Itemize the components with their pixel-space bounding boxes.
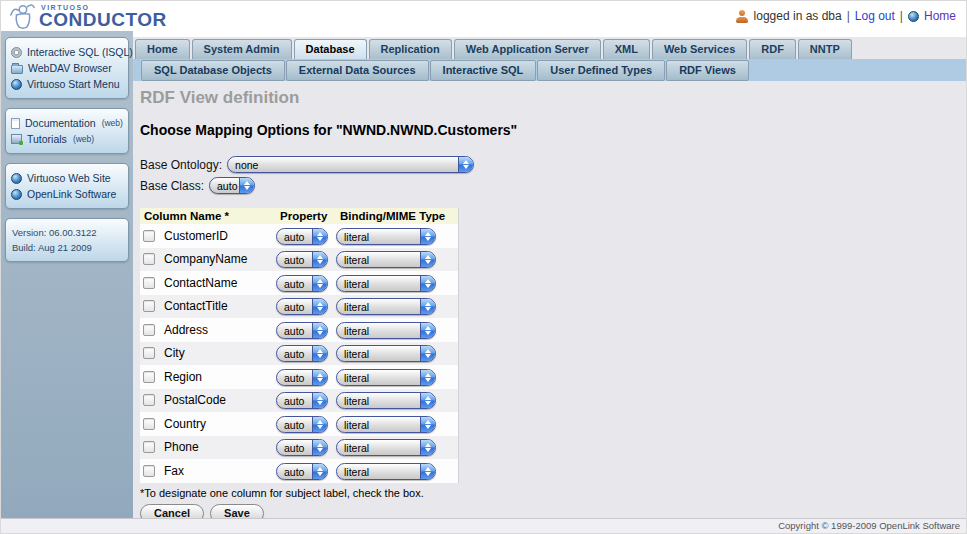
arrow-down-icon xyxy=(317,307,323,311)
sidebar-item-virtuoso-start-menu[interactable]: Virtuoso Start Menu xyxy=(10,76,124,92)
binding-select-value: literal xyxy=(337,370,420,385)
conductor-figure-icon xyxy=(7,2,37,30)
binding-select[interactable]: literal xyxy=(336,392,436,409)
property-select[interactable]: auto xyxy=(276,275,328,292)
column-checkbox[interactable] xyxy=(143,277,155,289)
stepper-icon xyxy=(420,393,435,408)
column-checkbox[interactable] xyxy=(143,347,155,359)
property-select[interactable]: auto xyxy=(276,369,328,386)
sidebar-item-documentation[interactable]: Documentation(web) xyxy=(10,115,124,131)
property-cell: auto xyxy=(276,415,336,433)
cancel-button[interactable]: Cancel xyxy=(140,504,204,519)
column-checkbox[interactable] xyxy=(143,253,155,265)
property-select[interactable]: auto xyxy=(276,251,328,268)
subtab-external-data-sources[interactable]: External Data Sources xyxy=(286,60,429,81)
base-class-select[interactable]: auto xyxy=(209,177,255,194)
subtab-sql-database-objects[interactable]: SQL Database Objects xyxy=(141,60,285,81)
property-select[interactable]: auto xyxy=(276,298,328,315)
tab-nntp[interactable]: NNTP xyxy=(798,39,852,59)
arrow-up-icon xyxy=(317,373,323,377)
tab-database[interactable]: Database xyxy=(294,39,367,59)
binding-select[interactable]: literal xyxy=(336,251,436,268)
binding-select[interactable]: literal xyxy=(336,463,436,480)
binding-select[interactable]: literal xyxy=(336,416,436,433)
logout-link[interactable]: Log out xyxy=(855,9,895,23)
property-select-value: auto xyxy=(277,417,312,432)
tab-home[interactable]: Home xyxy=(135,39,190,59)
binding-select-value: literal xyxy=(337,417,420,432)
column-checkbox[interactable] xyxy=(143,230,155,242)
property-select-value: auto xyxy=(277,276,312,291)
sidebar-item-interactive-sql-isql[interactable]: Interactive SQL (ISQL) xyxy=(10,44,124,60)
document-icon xyxy=(11,118,20,129)
arrow-down-icon xyxy=(425,307,431,311)
base-ontology-select[interactable]: none xyxy=(227,156,474,173)
arrow-up-icon xyxy=(425,279,431,283)
arrow-down-icon xyxy=(425,237,431,241)
sidebar-item-virtuoso-web-site[interactable]: Virtuoso Web Site xyxy=(10,170,124,186)
sidebar-item-label: Tutorials xyxy=(27,133,67,145)
property-cell: auto xyxy=(276,227,336,245)
tab-xml[interactable]: XML xyxy=(603,39,650,59)
sidebar-item-openlink-software[interactable]: OpenLink Software xyxy=(10,186,124,202)
stepper-icon xyxy=(312,299,327,314)
sidebar-item-tutorials[interactable]: Tutorials(web) xyxy=(10,131,124,147)
property-select[interactable]: auto xyxy=(276,439,328,456)
property-select[interactable]: auto xyxy=(276,463,328,480)
binding-select[interactable]: literal xyxy=(336,369,436,386)
base-class-label: Base Class: xyxy=(140,179,204,193)
body-row: Interactive SQL (ISQL)WebDAV BrowserVirt… xyxy=(1,31,966,518)
binding-select[interactable]: literal xyxy=(336,228,436,245)
arrow-down-icon xyxy=(425,354,431,358)
subtab-interactive-sql[interactable]: Interactive SQL xyxy=(430,60,537,81)
binding-select-value: literal xyxy=(337,323,420,338)
column-checkbox[interactable] xyxy=(143,441,155,453)
column-cell: City xyxy=(140,346,276,360)
binding-select[interactable]: literal xyxy=(336,298,436,315)
property-select[interactable]: auto xyxy=(276,228,328,245)
property-select[interactable]: auto xyxy=(276,322,328,339)
property-select[interactable]: auto xyxy=(276,392,328,409)
column-checkbox[interactable] xyxy=(143,324,155,336)
home-link[interactable]: Home xyxy=(924,9,956,23)
arrow-up-icon xyxy=(425,326,431,330)
tab-web-services[interactable]: Web Services xyxy=(652,39,747,59)
column-checkbox[interactable] xyxy=(143,418,155,430)
binding-select[interactable]: literal xyxy=(336,439,436,456)
arrow-up-icon xyxy=(317,232,323,236)
subtab-user-defined-types[interactable]: User Defined Types xyxy=(537,60,665,81)
binding-select[interactable]: literal xyxy=(336,275,436,292)
column-cell: Country xyxy=(140,417,276,431)
table-row: Phoneautoliteral xyxy=(140,436,458,460)
property-cell: auto xyxy=(276,368,336,386)
tab-rdf[interactable]: RDF xyxy=(749,39,796,59)
binding-select[interactable]: literal xyxy=(336,322,436,339)
build-text: Build: Aug 21 2009 xyxy=(10,240,124,255)
binding-select-value: literal xyxy=(337,464,420,479)
column-checkbox[interactable] xyxy=(143,371,155,383)
save-button[interactable]: Save xyxy=(210,504,264,519)
property-cell: auto xyxy=(276,321,336,339)
tab-system-admin[interactable]: System Admin xyxy=(192,39,292,59)
column-checkbox[interactable] xyxy=(143,300,155,312)
subtab-rdf-views[interactable]: RDF Views xyxy=(666,60,749,81)
logo-conductor-label: CONDUCTOR xyxy=(39,10,167,29)
property-select[interactable]: auto xyxy=(276,345,328,362)
binding-select[interactable]: literal xyxy=(336,345,436,362)
tab-web-application-server[interactable]: Web Application Server xyxy=(454,39,601,59)
arrow-up-icon xyxy=(317,255,323,259)
column-name: CustomerID xyxy=(164,229,228,243)
subject-label-note: *To designate one column for subject lab… xyxy=(140,487,966,499)
property-select[interactable]: auto xyxy=(276,416,328,433)
column-checkbox[interactable] xyxy=(143,394,155,406)
sidebar-item-webdav-browser[interactable]: WebDAV Browser xyxy=(10,60,124,76)
sidebar: Interactive SQL (ISQL)WebDAV BrowserVirt… xyxy=(1,31,133,518)
stepper-icon xyxy=(239,178,254,193)
home-globe-icon xyxy=(908,11,919,22)
property-select-value: auto xyxy=(277,299,312,314)
property-select-value: auto xyxy=(277,440,312,455)
column-checkbox[interactable] xyxy=(143,465,155,477)
arrow-up-icon xyxy=(425,302,431,306)
tab-replication[interactable]: Replication xyxy=(369,39,452,59)
stepper-icon xyxy=(420,299,435,314)
